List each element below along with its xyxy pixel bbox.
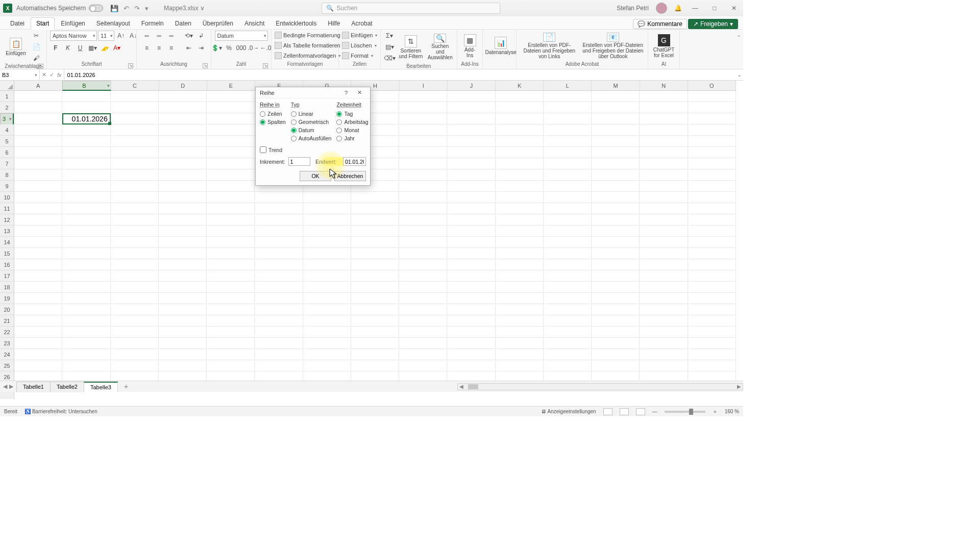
- cell[interactable]: [207, 181, 255, 192]
- row-header[interactable]: 11: [0, 203, 14, 214]
- align-right-icon[interactable]: ≡: [166, 43, 177, 53]
- cell[interactable]: [399, 226, 447, 237]
- cell[interactable]: [447, 203, 495, 214]
- cell[interactable]: [62, 349, 110, 360]
- cell[interactable]: [62, 147, 110, 158]
- cell[interactable]: [640, 124, 688, 136]
- cell[interactable]: [14, 124, 62, 136]
- clear-icon[interactable]: ⌫▾: [384, 53, 395, 63]
- cell[interactable]: [111, 360, 159, 371]
- cell[interactable]: [640, 282, 688, 293]
- cell[interactable]: [303, 315, 351, 327]
- zoom-slider[interactable]: [665, 411, 705, 413]
- cell[interactable]: [592, 124, 640, 136]
- cell[interactable]: [544, 248, 592, 259]
- cell[interactable]: [496, 214, 544, 226]
- cell[interactable]: [640, 259, 688, 270]
- wrap-text-icon[interactable]: ↲: [195, 31, 207, 41]
- cell[interactable]: [14, 113, 62, 124]
- cell[interactable]: [399, 181, 447, 192]
- data-analysis-button[interactable]: 📊Datenanalyse: [486, 32, 516, 60]
- cell[interactable]: [303, 293, 351, 304]
- paste-button[interactable]: 📋Einfügen: [3, 33, 29, 61]
- cell[interactable]: [640, 203, 688, 214]
- row-headers[interactable]: 1234567891011121314151617181920212223242…: [0, 91, 14, 399]
- cell[interactable]: [688, 360, 736, 371]
- cell[interactable]: [111, 304, 159, 315]
- end-value-input[interactable]: [343, 157, 366, 166]
- cell[interactable]: [351, 304, 399, 315]
- cell[interactable]: [544, 169, 592, 181]
- decrease-decimal-icon[interactable]: ←.0: [260, 43, 272, 53]
- cell[interactable]: [592, 113, 640, 124]
- sort-filter-button[interactable]: ⇅Sortieren und Filtern: [397, 33, 425, 61]
- cell[interactable]: [159, 282, 207, 293]
- cell[interactable]: [207, 136, 255, 147]
- cell[interactable]: [592, 192, 640, 203]
- find-select-button[interactable]: 🔍Suchen und Auswählen: [427, 33, 454, 61]
- cell[interactable]: [111, 327, 159, 338]
- cancel-button[interactable]: Abbrechen: [334, 171, 366, 181]
- cell[interactable]: [207, 360, 255, 371]
- cell[interactable]: [447, 113, 495, 124]
- cell[interactable]: [351, 237, 399, 248]
- cell[interactable]: [640, 91, 688, 102]
- cell[interactable]: [159, 113, 207, 124]
- cell[interactable]: [255, 282, 303, 293]
- sheet-prev-icon[interactable]: ◀: [3, 383, 7, 390]
- cell-styles-button[interactable]: Zellenformatvorlagen▾: [275, 51, 340, 60]
- cell[interactable]: [496, 124, 544, 136]
- increment-input[interactable]: [288, 157, 310, 166]
- cell[interactable]: [159, 91, 207, 102]
- number-format-select[interactable]: Datum: [215, 31, 268, 41]
- cell[interactable]: [159, 124, 207, 136]
- cell[interactable]: [496, 304, 544, 315]
- cell[interactable]: [447, 270, 495, 282]
- cell[interactable]: [544, 349, 592, 360]
- cell[interactable]: [14, 349, 62, 360]
- cell[interactable]: [14, 248, 62, 259]
- cell[interactable]: [592, 181, 640, 192]
- cell[interactable]: [688, 214, 736, 226]
- cell[interactable]: [640, 360, 688, 371]
- enter-formula-icon[interactable]: ✓: [50, 71, 54, 78]
- row-header[interactable]: 14: [0, 237, 14, 248]
- column-header[interactable]: I: [400, 81, 448, 90]
- ribbon-collapse-icon[interactable]: ⌄: [737, 32, 741, 38]
- row-header[interactable]: 22: [0, 327, 14, 338]
- cell[interactable]: [592, 237, 640, 248]
- dialog-launcher-icon[interactable]: ↘: [203, 63, 208, 68]
- dialog-launcher-icon[interactable]: ↘: [263, 63, 268, 68]
- cell[interactable]: [62, 136, 110, 147]
- cell[interactable]: [399, 237, 447, 248]
- cell[interactable]: [255, 248, 303, 259]
- cell[interactable]: [688, 136, 736, 147]
- radio-year[interactable]: Jahr: [336, 134, 368, 142]
- avatar[interactable]: [656, 3, 667, 14]
- column-header[interactable]: K: [496, 81, 544, 90]
- cell[interactable]: [447, 181, 495, 192]
- cell[interactable]: [159, 169, 207, 181]
- radio-workday[interactable]: Arbeitstag: [336, 118, 368, 126]
- cell[interactable]: [399, 327, 447, 338]
- cell[interactable]: [159, 203, 207, 214]
- row-header[interactable]: 8: [0, 169, 14, 181]
- cell[interactable]: [447, 349, 495, 360]
- cell[interactable]: [496, 147, 544, 158]
- cell[interactable]: [592, 226, 640, 237]
- cell[interactable]: [640, 147, 688, 158]
- cell[interactable]: [159, 349, 207, 360]
- cell[interactable]: [496, 237, 544, 248]
- cell[interactable]: [496, 102, 544, 113]
- cell[interactable]: [399, 102, 447, 113]
- cell[interactable]: [303, 203, 351, 214]
- cell[interactable]: [62, 360, 110, 371]
- cell[interactable]: [14, 304, 62, 315]
- cell[interactable]: [159, 293, 207, 304]
- cell[interactable]: [14, 338, 62, 349]
- cell[interactable]: [111, 203, 159, 214]
- cell[interactable]: [159, 360, 207, 371]
- cell[interactable]: [592, 282, 640, 293]
- cell[interactable]: [592, 136, 640, 147]
- cell[interactable]: [688, 181, 736, 192]
